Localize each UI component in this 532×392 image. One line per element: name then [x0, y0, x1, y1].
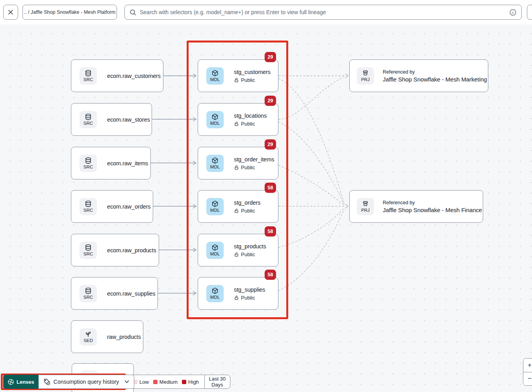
source-chip: SRC: [80, 198, 97, 215]
node-ecom-raw-customers[interactable]: SRC ecom.raw_customers: [71, 59, 163, 92]
lock-open-icon: [234, 252, 239, 257]
model-chip: MDL: [206, 155, 224, 172]
node-type: SRC: [83, 295, 93, 300]
node-type: PRJ: [361, 208, 370, 213]
project-chip: PRJ: [357, 198, 374, 215]
lens-control: Lenses Consumption query history: [3, 375, 134, 389]
access-label: Public: [241, 251, 255, 257]
usage-count-badge: 58: [265, 183, 276, 193]
model-chip: MDL: [206, 111, 224, 128]
node-type: MDL: [210, 208, 220, 213]
usage-count-badge: 29: [265, 52, 276, 62]
node-type: SRC: [83, 165, 93, 170]
node-label: ecom.raw_customers: [107, 73, 161, 79]
node-project-mesh-finance[interactable]: PRJ Referenced by Jaffle Shop Snowflake …: [349, 190, 483, 223]
database-icon: [85, 113, 92, 120]
lineage-canvas[interactable]: SRC ecom.raw_customers SRC ecom.raw_stor…: [0, 24, 532, 392]
history-icon: [530, 8, 532, 16]
node-ecom-raw-items[interactable]: SRC ecom.raw_items: [71, 147, 151, 179]
lineage-app: SRC ecom.raw_customers SRC ecom.raw_stor…: [0, 0, 532, 392]
project-name: Jaffle Shop Snowflake - Mesh Finance: [383, 207, 482, 213]
node-type: MDL: [210, 165, 220, 170]
search-bar: [124, 5, 522, 20]
access-label: Public: [241, 121, 255, 127]
node-label: ecom.raw_items: [107, 160, 148, 166]
time-range-selector[interactable]: Last 30 Days: [205, 376, 230, 388]
top-bar: .. / Jaffle Shop Snowflake - Mesh Platfo…: [0, 0, 532, 24]
lens-tag-icon: [43, 378, 50, 385]
node-ecom-raw-orders[interactable]: SRC ecom.raw_orders: [71, 190, 153, 223]
zoom-out-button[interactable]: −: [523, 372, 532, 386]
zoom-in-button[interactable]: +: [523, 359, 532, 372]
lenses-label: Lenses: [17, 379, 34, 385]
legend-item-high: High: [182, 379, 199, 385]
usage-count-badge: 58: [265, 226, 276, 237]
referenced-by-label: Referenced by: [383, 200, 482, 205]
usage-count-badge: 29: [265, 96, 276, 106]
cube-icon: [211, 70, 219, 77]
model-chip: MDL: [206, 285, 224, 302]
search-icon: [130, 9, 136, 16]
cube-icon: [211, 287, 219, 294]
node-type: SRC: [83, 121, 93, 126]
close-button[interactable]: [3, 5, 18, 20]
archive-box-icon: [362, 200, 369, 207]
lens-dropdown[interactable]: Consumption query history: [39, 375, 135, 389]
dashed-edges: [278, 76, 345, 291]
node-ecom-raw-products[interactable]: SRC ecom.raw_products: [71, 234, 159, 266]
close-icon: [7, 9, 14, 16]
legend-label: Medium: [159, 379, 178, 385]
node-raw-products-seed[interactable]: SED raw_products: [71, 320, 143, 353]
node-stg-orders[interactable]: 58 MDL stg_orders Public: [198, 190, 278, 223]
model-chip: MDL: [206, 67, 224, 85]
database-icon: [85, 244, 92, 251]
access-label: Public: [241, 165, 255, 170]
access-row: Public: [234, 208, 261, 214]
node-stg-customers[interactable]: 29 MDL stg_customers Public: [198, 59, 278, 92]
node-label: ecom.raw_supplies: [107, 290, 155, 297]
source-chip: SRC: [80, 285, 97, 302]
node-label: stg_locations: [234, 113, 267, 119]
cube-icon: [211, 200, 219, 207]
node-type: PRJ: [361, 78, 370, 82]
legend-items: Low Medium High: [128, 379, 204, 385]
node-type: MDL: [210, 78, 220, 82]
archive-box-icon: [362, 70, 369, 77]
node-stg-products[interactable]: 58 MDL stg_products Public: [198, 234, 278, 266]
access-label: Public: [241, 208, 255, 214]
lock-open-icon: [234, 295, 239, 300]
info-icon[interactable]: [509, 9, 517, 16]
lenses-button[interactable]: Lenses: [3, 375, 39, 389]
usage-count-badge: 58: [265, 270, 276, 280]
node-label: stg_supplies: [234, 287, 265, 293]
node-stg-order-items[interactable]: 29 MDL stg_order_items Public: [198, 147, 278, 179]
project-name: Jaffle Shop Snowflake - Mesh Marketing: [383, 76, 487, 83]
legend-label: Low: [139, 379, 149, 385]
node-ecom-raw-supplies[interactable]: SRC ecom.raw_supplies: [71, 277, 158, 310]
legend-label: High: [188, 379, 199, 385]
access-label: Public: [241, 295, 255, 301]
zoom-controls: + −: [523, 358, 532, 386]
node-project-mesh-marketing[interactable]: PRJ Referenced by Jaffle Shop Snowflake …: [349, 59, 488, 92]
access-row: Public: [234, 295, 265, 301]
database-icon: [85, 200, 92, 207]
history-button[interactable]: [527, 5, 532, 20]
search-input[interactable]: [140, 9, 506, 15]
database-icon: [85, 287, 92, 294]
node-type: MDL: [210, 295, 220, 300]
node-label: ecom.raw_orders: [107, 203, 151, 210]
access-label: Public: [241, 77, 255, 83]
cube-icon: [211, 244, 219, 251]
medium-swatch: [153, 380, 158, 384]
node-ecom-raw-stores[interactable]: SRC ecom.raw_stores: [71, 103, 152, 136]
usage-count-badge: 29: [265, 139, 276, 150]
access-row: Public: [234, 77, 271, 83]
database-icon: [85, 70, 92, 77]
node-type: SRC: [83, 208, 93, 213]
cube-icon: [211, 157, 219, 164]
lens-aperture-icon: [7, 379, 14, 385]
breadcrumb[interactable]: .. / Jaffle Shop Snowflake - Mesh Platfo…: [22, 5, 117, 20]
node-stg-supplies[interactable]: 58 MDL stg_supplies Public: [198, 277, 278, 310]
node-stg-locations[interactable]: 29 MDL stg_locations Public: [198, 103, 278, 136]
node-label: ecom.raw_stores: [107, 116, 150, 123]
